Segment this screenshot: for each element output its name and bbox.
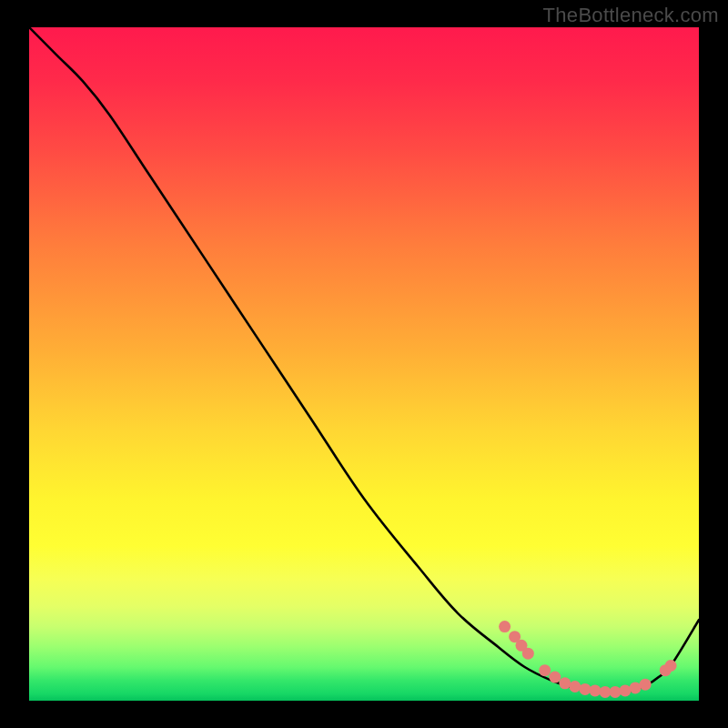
curve-marker [620,684,632,696]
curve-marker [610,686,622,698]
plot-area [29,27,699,701]
curve-svg [29,27,699,701]
curve-marker [630,682,642,693]
curve-marker [549,672,561,683]
curve-marker [640,679,652,691]
curve-marker [499,621,511,632]
curve-marker [665,660,677,672]
watermark-text: TheBottleneck.com [543,4,719,27]
curve-marker [559,677,571,689]
curve-marker [539,664,551,676]
curve-marker [522,648,534,660]
curve-markers [499,621,677,698]
curve-marker [579,683,591,695]
chart-frame: TheBottleneck.com [0,0,728,728]
curve-marker [589,684,601,696]
curve-marker [569,681,581,693]
bottleneck-curve-line [29,27,699,693]
